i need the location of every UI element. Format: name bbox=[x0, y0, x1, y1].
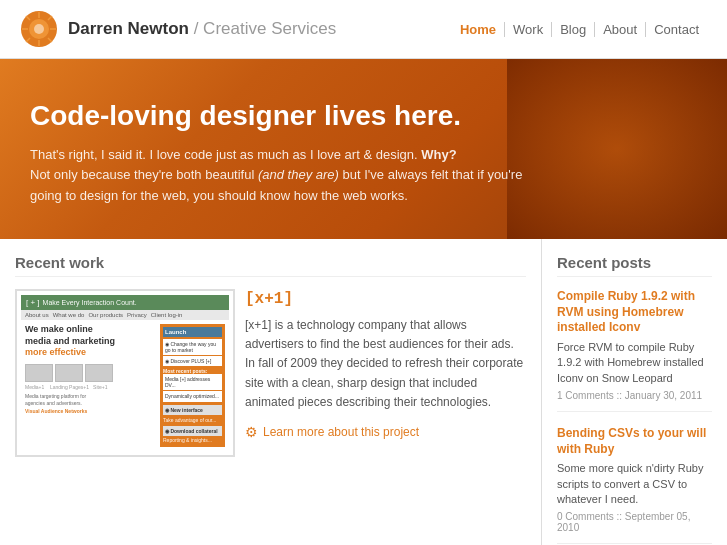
logo-icon bbox=[20, 10, 58, 48]
site-subtitle: / Creative Services bbox=[194, 19, 337, 38]
post-title-0[interactable]: Compile Ruby 1.9.2 with RVM using Homebr… bbox=[557, 289, 712, 336]
thumb-body: We make onlinemedia and marketingmore ef… bbox=[21, 320, 229, 451]
site-title: Darren Newton / Creative Services bbox=[68, 19, 336, 39]
learn-more-link[interactable]: ⚙ Learn more about this project bbox=[245, 424, 526, 440]
panel-launch-btn: Launch bbox=[163, 327, 222, 337]
thumb-nav-5: Client log-in bbox=[151, 312, 183, 318]
work-project-title: [x+1] bbox=[245, 289, 526, 308]
post-sep-1: :: bbox=[616, 511, 624, 522]
thumb-box-3 bbox=[85, 364, 113, 382]
learn-more-label: Learn more about this project bbox=[263, 425, 419, 439]
thumb-right-panel: Launch ◉ Change the way you go to market… bbox=[160, 324, 225, 447]
post-item-1: Bending CSVs to your will with Ruby Some… bbox=[557, 426, 712, 544]
post-title-1[interactable]: Bending CSVs to your will with Ruby bbox=[557, 426, 712, 457]
post-comments-1: 0 Comments bbox=[557, 511, 614, 522]
panel-download: ◉ Download collateral bbox=[163, 426, 222, 436]
thumb-top-bar: [ + ] Make Every Interaction Count. bbox=[21, 295, 229, 310]
panel-post-1: Media [+] addresses DV... bbox=[163, 374, 222, 390]
hero-content: Code-loving designer lives here. That's … bbox=[30, 99, 530, 207]
thumb-nav-4: Privacy bbox=[127, 312, 147, 318]
thumb-main-headline: We make onlinemedia and marketingmore ef… bbox=[25, 324, 157, 359]
post-meta-0: 1 Comments :: January 30, 2011 bbox=[557, 390, 712, 401]
work-bracket-open: [ bbox=[245, 290, 255, 308]
thumb-sub-labels: Media+1 Landing Pages+1 Site+1 bbox=[25, 384, 157, 390]
post-sep-0: :: bbox=[616, 390, 624, 401]
header: Darren Newton / Creative Services Home W… bbox=[0, 0, 727, 59]
hero-headline: Code-loving designer lives here. bbox=[30, 99, 530, 133]
post-excerpt-0: Force RVM to compile Ruby 1.9.2 with Hom… bbox=[557, 340, 712, 386]
logo-area: Darren Newton / Creative Services bbox=[20, 10, 336, 48]
thumb-orange-text: more effective bbox=[25, 347, 86, 357]
thumb-link: Visual Audience Networks bbox=[25, 408, 157, 414]
work-showcase: [ + ] Make Every Interaction Count. Abou… bbox=[15, 289, 526, 457]
panel-new-interface: ◉ New interface bbox=[163, 405, 222, 415]
post-comments-0: 1 Comments bbox=[557, 390, 614, 401]
thumb-logo-bracket: [ + ] bbox=[26, 298, 40, 307]
work-bracket-close: ] bbox=[283, 290, 293, 308]
post-item-0: Compile Ruby 1.9.2 with RVM using Homebr… bbox=[557, 289, 712, 412]
thumb-left: We make onlinemedia and marketingmore ef… bbox=[25, 324, 157, 447]
thumb-box-1 bbox=[25, 364, 53, 382]
main-nav: Home Work Blog About Contact bbox=[452, 22, 707, 37]
recent-posts-section: Recent posts Compile Ruby 1.9.2 with RVM… bbox=[542, 239, 727, 545]
post-meta-1: 0 Comments :: September 05, 2010 bbox=[557, 511, 712, 533]
svg-point-2 bbox=[34, 24, 44, 34]
main-content: Recent work [ + ] Make Every Interaction… bbox=[0, 239, 727, 545]
recent-work-section: Recent work [ + ] Make Every Interaction… bbox=[0, 239, 542, 545]
thumb-nav-1: About us bbox=[25, 312, 49, 318]
xplus1-card: [ + ] Make Every Interaction Count. Abou… bbox=[16, 290, 234, 456]
work-project-description: [x+1] is a technology company that allow… bbox=[245, 316, 526, 412]
hero-body: That's right, I said it. I love code jus… bbox=[30, 145, 530, 207]
panel-post-2: Dynamically optimized... bbox=[163, 391, 222, 402]
nav-work[interactable]: Work bbox=[505, 22, 552, 37]
work-thumbnail: [ + ] Make Every Interaction Count. Abou… bbox=[15, 289, 235, 457]
thumb-nav-3: Our products bbox=[88, 312, 123, 318]
site-name: Darren Newton bbox=[68, 19, 189, 38]
thumb-box-2 bbox=[55, 364, 83, 382]
thumb-nav-2: What we do bbox=[53, 312, 85, 318]
post-date-0: January 30, 2011 bbox=[625, 390, 702, 401]
recent-work-title: Recent work bbox=[15, 254, 526, 277]
thumb-headline-text: Make Every Interaction Count. bbox=[43, 299, 137, 306]
hero-body-1: That's right, I said it. I love code jus… bbox=[30, 147, 418, 162]
nav-about[interactable]: About bbox=[595, 22, 646, 37]
hero-body-italic: (and they are) bbox=[258, 167, 339, 182]
nav-contact[interactable]: Contact bbox=[646, 22, 707, 37]
panel-download-text: Reporting & insights... bbox=[163, 437, 222, 444]
recent-posts-title: Recent posts bbox=[557, 254, 712, 277]
panel-item-1: ◉ Change the way you go to market bbox=[163, 339, 222, 355]
hero-section: Code-loving designer lives here. That's … bbox=[0, 59, 727, 239]
nav-blog[interactable]: Blog bbox=[552, 22, 595, 37]
thumb-boxes-row bbox=[25, 364, 157, 382]
work-info: [x+1] [x+1] is a technology company that… bbox=[245, 289, 526, 457]
panel-new-text: Take advantage of our... bbox=[163, 417, 222, 424]
thumb-desc: Media targeting platform foragencies and… bbox=[25, 393, 157, 406]
hero-body-2: Not only because they're both beautiful bbox=[30, 167, 254, 182]
learn-more-icon: ⚙ bbox=[245, 424, 258, 440]
thumb-nav-bar: About us What we do Our products Privacy… bbox=[21, 310, 229, 320]
work-x: x+1 bbox=[255, 290, 284, 308]
post-excerpt-1: Some more quick n'dirty Ruby scripts to … bbox=[557, 461, 712, 507]
nav-home[interactable]: Home bbox=[452, 22, 505, 37]
panel-item-2: ◉ Discover PLUS [+] bbox=[163, 356, 222, 366]
hero-why: Why? bbox=[421, 147, 456, 162]
